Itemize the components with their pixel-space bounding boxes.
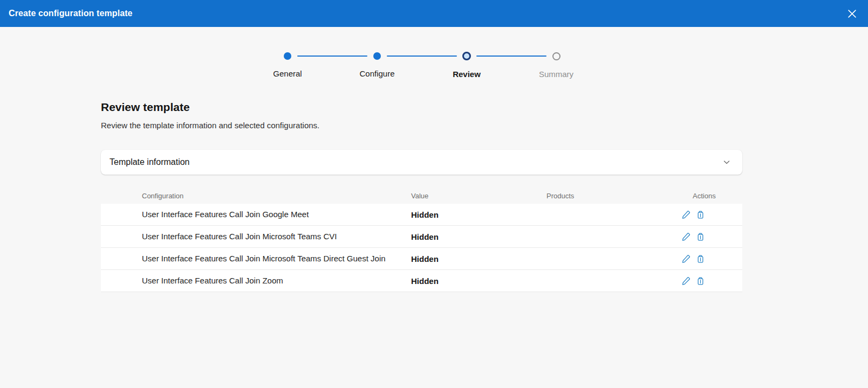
table-header-row: Configuration Value Products Actions bbox=[101, 188, 742, 204]
edit-button[interactable] bbox=[681, 232, 691, 241]
configurations-table: Configuration Value Products Actions Use… bbox=[101, 188, 742, 292]
column-header-value: Value bbox=[411, 192, 546, 200]
table-row: User Interface Features Call Join Google… bbox=[101, 204, 742, 226]
step-dot bbox=[284, 52, 291, 60]
column-header-actions: Actions bbox=[681, 192, 742, 200]
edit-button[interactable] bbox=[681, 254, 691, 264]
edit-button[interactable] bbox=[681, 210, 691, 219]
pencil-icon bbox=[681, 210, 691, 219]
configuration-cell: User Interface Features Call Join Micros… bbox=[142, 248, 411, 269]
edit-button[interactable] bbox=[681, 276, 691, 286]
table-row: User Interface Features Call Join Zoom H… bbox=[101, 270, 742, 292]
column-header-configuration: Configuration bbox=[142, 192, 411, 200]
actions-cell bbox=[681, 210, 742, 219]
step-label: Review bbox=[453, 70, 481, 79]
delete-button[interactable] bbox=[695, 276, 705, 286]
value-cell: Hidden bbox=[411, 232, 546, 241]
close-icon bbox=[848, 10, 856, 18]
value-cell: Hidden bbox=[411, 254, 546, 264]
configuration-cell: User Interface Features Call Join Micros… bbox=[142, 226, 411, 247]
configuration-cell: User Interface Features Call Join Zoom bbox=[142, 270, 411, 292]
template-information-panel[interactable]: Template information bbox=[101, 150, 742, 175]
chevron-down-icon bbox=[722, 158, 731, 167]
configuration-cell: User Interface Features Call Join Google… bbox=[142, 204, 411, 225]
page-subtitle: Review the template information and sele… bbox=[101, 121, 742, 130]
pencil-icon bbox=[681, 254, 691, 264]
dialog-title: Create configuration template bbox=[9, 9, 133, 18]
delete-button[interactable] bbox=[695, 210, 705, 219]
wizard-content: General Configure Review Summary Review … bbox=[101, 52, 742, 292]
table-row: User Interface Features Call Join Micros… bbox=[101, 248, 742, 270]
actions-cell bbox=[681, 276, 742, 286]
actions-cell bbox=[681, 254, 742, 264]
step-label: General bbox=[273, 69, 302, 78]
delete-button[interactable] bbox=[695, 232, 705, 241]
step-dot bbox=[373, 52, 381, 60]
actions-cell bbox=[681, 232, 742, 241]
trash-icon bbox=[696, 276, 705, 286]
trash-icon bbox=[696, 254, 705, 264]
value-cell: Hidden bbox=[411, 276, 546, 286]
titlebar: Create configuration template bbox=[0, 0, 868, 27]
template-information-title: Template information bbox=[110, 157, 190, 167]
pencil-icon bbox=[681, 276, 691, 286]
step-dot bbox=[552, 52, 561, 60]
step-label: Summary bbox=[539, 70, 573, 79]
value-cell: Hidden bbox=[411, 210, 546, 219]
pencil-icon bbox=[681, 232, 691, 241]
stepper: General Configure Review Summary bbox=[243, 52, 602, 79]
table-body: User Interface Features Call Join Google… bbox=[101, 204, 742, 292]
step-dot bbox=[462, 52, 471, 60]
table-row: User Interface Features Call Join Micros… bbox=[101, 226, 742, 248]
trash-icon bbox=[696, 210, 705, 219]
trash-icon bbox=[696, 232, 705, 241]
column-header-products: Products bbox=[546, 192, 681, 200]
stepper-step-summary[interactable]: Summary bbox=[511, 52, 601, 79]
step-label: Configure bbox=[359, 69, 394, 78]
close-button[interactable] bbox=[843, 5, 860, 22]
page-title: Review template bbox=[101, 101, 742, 114]
delete-button[interactable] bbox=[695, 254, 705, 264]
